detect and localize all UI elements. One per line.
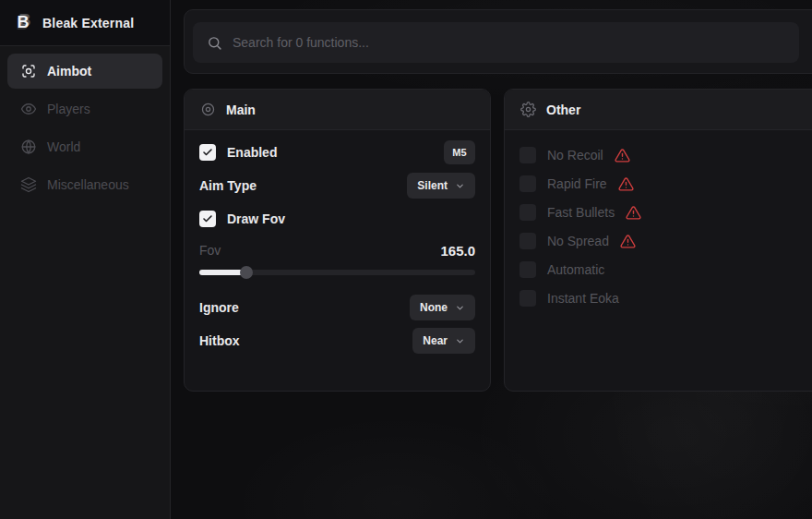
- ignore-dropdown[interactable]: None: [410, 295, 475, 320]
- target-icon: [200, 102, 216, 117]
- automatic-label: Automatic: [547, 262, 604, 277]
- main-panel: Main Enabled M5 Aim Type Silent: [184, 89, 491, 392]
- app-logo-icon: B: [13, 13, 33, 33]
- aim-type-label: Aim Type: [199, 178, 257, 193]
- sidebar-item-label: Aimbot: [47, 64, 91, 78]
- fov-slider[interactable]: [199, 266, 475, 279]
- eye-icon: [20, 101, 37, 117]
- fast-bullets-row[interactable]: Fast Bullets: [519, 200, 812, 224]
- sidebar-item-world[interactable]: World: [7, 129, 162, 164]
- draw-fov-checkbox[interactable]: [199, 211, 216, 227]
- aim-type-dropdown[interactable]: Silent: [407, 173, 475, 199]
- ignore-row: Ignore None: [199, 295, 475, 320]
- globe-icon: [20, 139, 37, 155]
- automatic-checkbox[interactable]: [519, 261, 536, 278]
- app-window: B Bleak External Aimbot: [0, 0, 812, 519]
- gear-icon: [520, 102, 536, 117]
- rapid-fire-row[interactable]: Rapid Fire: [519, 172, 812, 196]
- no-recoil-checkbox[interactable]: [519, 147, 536, 163]
- main-panel-header: Main: [185, 90, 490, 130]
- sidebar: B Bleak External Aimbot: [0, 0, 171, 519]
- chevron-down-icon: [455, 181, 465, 191]
- sidebar-nav: Aimbot Players World: [0, 46, 170, 212]
- search-icon: [207, 35, 222, 51]
- draw-fov-label: Draw Fov: [227, 211, 285, 226]
- other-panel: Other No Recoil Rapid Fire: [504, 89, 812, 392]
- main-panel-title: Main: [226, 103, 256, 117]
- no-spread-label: No Spread: [547, 234, 609, 248]
- app-title: Bleak External: [42, 16, 134, 30]
- aim-type-row: Aim Type Silent: [199, 173, 475, 199]
- other-panel-title: Other: [546, 103, 580, 117]
- sidebar-item-aimbot[interactable]: Aimbot: [7, 54, 162, 89]
- crosshair-scan-icon: [20, 63, 37, 79]
- search-box[interactable]: [193, 22, 799, 63]
- other-panel-body: No Recoil Rapid Fire: [505, 130, 812, 310]
- sidebar-header: B Bleak External: [0, 0, 170, 46]
- warning-icon: [620, 234, 636, 249]
- automatic-row[interactable]: Automatic: [519, 258, 812, 282]
- warning-icon: [615, 148, 630, 163]
- no-spread-row[interactable]: No Spread: [519, 229, 812, 253]
- sidebar-item-players[interactable]: Players: [7, 91, 162, 127]
- sidebar-item-label: Players: [47, 102, 90, 116]
- no-spread-checkbox[interactable]: [519, 233, 536, 249]
- chevron-down-icon: [455, 303, 465, 313]
- search-panel: [184, 9, 812, 74]
- fast-bullets-checkbox[interactable]: [519, 204, 536, 221]
- fast-bullets-label: Fast Bullets: [547, 205, 615, 220]
- fov-slider-thumb[interactable]: [240, 266, 253, 279]
- instant-eoka-row[interactable]: Instant Eoka: [519, 286, 812, 310]
- warning-icon: [618, 176, 634, 192]
- instant-eoka-checkbox[interactable]: [519, 290, 536, 307]
- enabled-row: Enabled M5: [199, 139, 475, 165]
- hitbox-dropdown[interactable]: Near: [412, 328, 475, 354]
- other-panel-header: Other: [505, 90, 812, 130]
- rapid-fire-label: Rapid Fire: [547, 176, 607, 191]
- layers-icon: [20, 176, 37, 193]
- chevron-down-icon: [455, 336, 465, 346]
- main-panel-body: Enabled M5 Aim Type Silent D: [185, 130, 490, 354]
- enabled-checkbox[interactable]: [199, 144, 216, 161]
- hitbox-value: Near: [423, 334, 448, 347]
- fov-header: Fov 165.0: [199, 241, 475, 260]
- no-recoil-label: No Recoil: [547, 148, 603, 163]
- ignore-label: Ignore: [199, 300, 239, 315]
- draw-fov-row: Draw Fov: [199, 206, 475, 232]
- warning-icon: [626, 205, 641, 221]
- ignore-value: None: [420, 301, 448, 314]
- sidebar-item-label: Miscellaneous: [47, 177, 129, 192]
- fov-value: 165.0: [440, 243, 475, 259]
- search-input[interactable]: [233, 35, 785, 50]
- keybind-badge[interactable]: M5: [444, 140, 475, 164]
- aim-type-value: Silent: [417, 179, 448, 192]
- rapid-fire-checkbox[interactable]: [519, 175, 536, 192]
- hitbox-label: Hitbox: [199, 333, 240, 348]
- sidebar-item-miscellaneous[interactable]: Miscellaneous: [7, 167, 162, 202]
- instant-eoka-label: Instant Eoka: [547, 291, 619, 306]
- enabled-label: Enabled: [227, 145, 277, 160]
- sidebar-item-label: World: [47, 139, 80, 154]
- fov-label: Fov: [199, 243, 221, 258]
- no-recoil-row[interactable]: No Recoil: [519, 143, 812, 167]
- hitbox-row: Hitbox Near: [199, 328, 475, 354]
